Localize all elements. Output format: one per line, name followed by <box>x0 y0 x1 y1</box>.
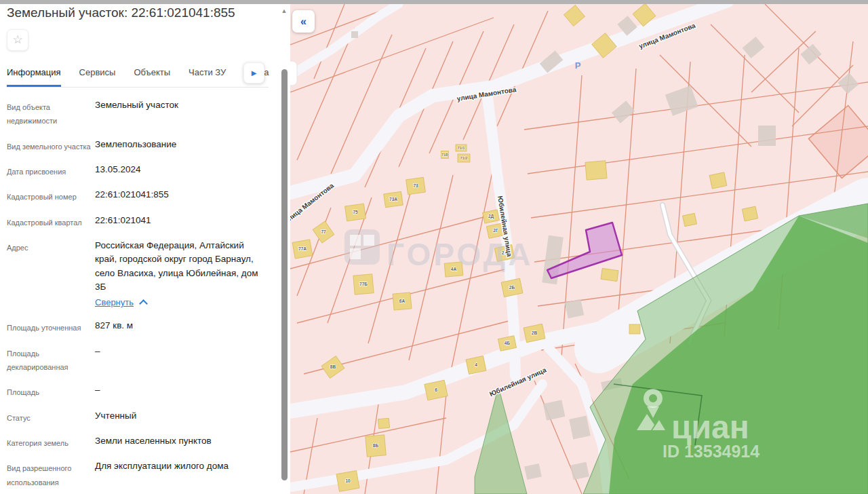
attribute-value: 22:61:021041:855 <box>95 188 169 204</box>
attribute-label: Кадастровый квартал <box>7 214 95 229</box>
parcel-label: 8Б <box>373 443 379 448</box>
parking-icon: Р <box>575 60 581 71</box>
parcel-label: 6А <box>399 299 406 303</box>
tab-bar: Информация Сервисы Объекты Части ЗУ Сост… <box>7 61 269 88</box>
attribute-list: Вид объекта недвижимости Земельный участ… <box>7 98 279 494</box>
attribute-value: Учтенный <box>95 409 136 425</box>
parcel-label: 8В <box>330 364 336 369</box>
attribute-label: Статус <box>7 409 95 425</box>
attribute-value: 827 кв. м <box>95 319 133 335</box>
tab-objects[interactable]: Объекты <box>134 61 170 87</box>
parcel-label: 6 <box>435 387 437 392</box>
attribute-row: Площадь декларированная – <box>7 345 267 375</box>
parcel-label: 4Б <box>505 341 511 345</box>
attribute-row: Вид объекта недвижимости Земельный участ… <box>7 98 267 128</box>
attribute-row: Площадь уточненная 827 кв. м <box>7 319 267 335</box>
parcel-label: 2Б <box>509 285 515 290</box>
parcel-label: 2Д <box>488 214 494 219</box>
attribute-value: Землепользование <box>95 138 176 153</box>
cian-watermark-id: ID 13534914 <box>663 442 760 461</box>
attribute-row: Вид разрешенного использования Для экспл… <box>7 459 267 489</box>
attribute-value: Для эксплуатации жилого дома <box>95 459 229 489</box>
cian-watermark-text: циан <box>671 409 749 445</box>
attribute-value: – <box>95 383 100 399</box>
attribute-label: Адрес <box>7 239 95 309</box>
attribute-label: Площадь уточненная <box>7 319 95 335</box>
attribute-row-address: Адрес Российская Федерация, Алтайский кр… <box>7 239 267 309</box>
building <box>742 206 757 221</box>
parcel-label: 71/2 <box>460 156 468 160</box>
star-icon: ☆ <box>12 33 22 46</box>
attribute-label: Вид разрешенного использования <box>7 459 95 489</box>
attribute-label: Дата присвоения <box>7 163 95 178</box>
parcel-label: 4А <box>451 267 457 271</box>
attribute-value: 13.05.2024 <box>95 163 141 178</box>
building <box>565 299 584 318</box>
building <box>585 161 607 180</box>
attribute-row: Кадастровый квартал 22:61:021041 <box>7 214 267 229</box>
attribute-row: Площадь – <box>7 383 267 399</box>
scroll-up-icon[interactable]: ▲ <box>278 4 290 14</box>
cadastral-map[interactable]: ГОРОДА 73 73А 75 77 77А 77Б 6А 4А 2Д 2Г … <box>290 4 868 494</box>
parcel-label: 73 <box>413 183 418 188</box>
attribute-row: Вид земельного участка Землепользование <box>7 138 267 153</box>
collapse-panel-button[interactable]: « <box>292 10 315 33</box>
parcel-label: 71Б <box>441 153 448 157</box>
attribute-row: Статус Учтенный <box>7 409 267 425</box>
building <box>601 268 618 281</box>
tab-parts[interactable]: Части ЗУ <box>189 61 226 87</box>
attribute-label: Площадь <box>7 383 95 399</box>
attribute-value: Земельный участок <box>95 98 178 128</box>
building <box>378 418 389 428</box>
attribute-row: Категория земель Земли населенных пункто… <box>7 434 267 450</box>
building <box>629 324 640 334</box>
parcel-label: 4 <box>475 362 477 367</box>
tabs-scroll-right-button[interactable]: ▶ <box>243 62 264 83</box>
tab-services[interactable]: Сервисы <box>79 61 116 87</box>
favorite-button[interactable]: ☆ <box>7 29 28 51</box>
building <box>758 126 776 146</box>
tab-information[interactable]: Информация <box>7 61 61 87</box>
parcel-label: 75 <box>353 210 358 214</box>
parcel-label: 71/1 <box>458 146 465 150</box>
attribute-label: Кадастровый номер <box>7 188 95 204</box>
building <box>351 31 358 38</box>
parcel-label: 2В <box>532 330 538 335</box>
address-text: Российская Федерация, Алтайский край, го… <box>95 240 258 292</box>
double-chevron-left-icon: « <box>300 16 307 27</box>
arrow-right-icon: ▶ <box>252 69 257 77</box>
parcel-label: 77 <box>321 229 326 234</box>
goroda-logo-icon <box>344 229 380 265</box>
attribute-label: Площадь декларированная <box>7 345 95 375</box>
panel-scrollbar[interactable]: ▲ <box>278 4 290 494</box>
address-collapse-link[interactable]: Свернуть <box>95 296 146 309</box>
scrollbar-thumb[interactable] <box>281 69 288 480</box>
hidden-map-button-sliver[interactable] <box>290 61 297 86</box>
chevron-up-icon <box>139 299 148 308</box>
attribute-value: Российская Федерация, Алтайский край, го… <box>95 239 267 309</box>
parcel-label: 2Г <box>493 228 498 233</box>
building <box>683 213 697 226</box>
page-title: Земельный участок: 22:61:021041:855 <box>7 5 279 20</box>
top-window-strip <box>0 0 868 4</box>
parcel-label: 77Б <box>359 282 368 286</box>
parcel-label: 73А <box>389 197 397 202</box>
attribute-row: Кадастровый номер 22:61:021041:855 <box>7 188 267 204</box>
parcel-label: 10 <box>345 478 351 483</box>
attribute-label: Вид объекта недвижимости <box>7 98 95 128</box>
building <box>709 172 727 189</box>
attribute-label: Вид земельного участка <box>7 138 95 153</box>
attribute-label: Категория земель <box>7 434 95 450</box>
attribute-value: – <box>95 345 100 375</box>
attribute-row: Дата присвоения 13.05.2024 <box>7 163 267 178</box>
info-panel: Земельный участок: 22:61:021041:855 ☆ Ин… <box>0 4 279 494</box>
attribute-value: 22:61:021041 <box>95 214 151 229</box>
attribute-value: Земли населенных пунктов <box>95 434 212 450</box>
parcel-label: 77А <box>298 246 307 251</box>
